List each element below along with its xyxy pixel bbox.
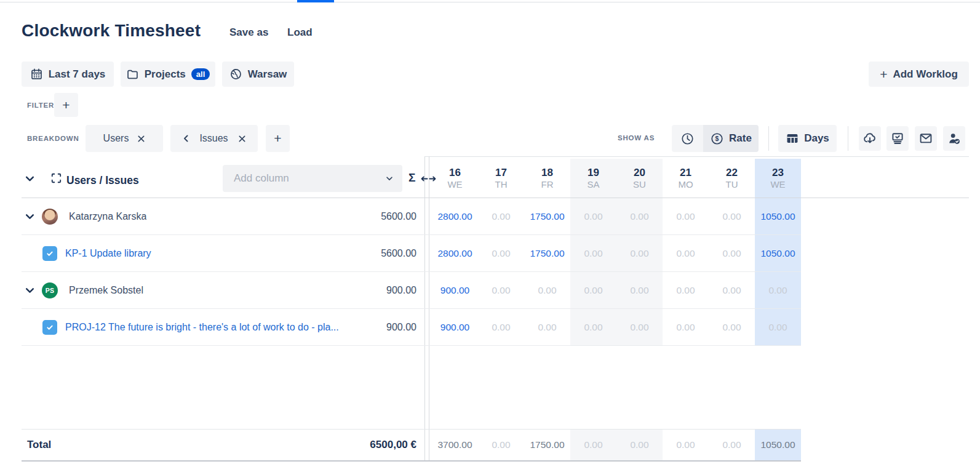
issue-link[interactable]: KP-1 Update library	[65, 248, 151, 259]
total-day-value: 0.00	[676, 439, 695, 450]
collapse-all-chevron-icon[interactable]	[25, 174, 35, 184]
table-top-border	[424, 156, 969, 157]
remove-issues-chip-icon[interactable]	[238, 135, 246, 143]
date-range-filter-button[interactable]: Last 7 days	[22, 62, 114, 87]
granularity-days-button[interactable]: Days	[778, 125, 837, 152]
worklog-cell[interactable]: 0.00	[616, 272, 663, 308]
worklog-value: 0.00	[722, 248, 741, 259]
worklog-value: 0.00	[630, 285, 648, 296]
worklog-value: 0.00	[630, 211, 648, 222]
projects-filter-button[interactable]: Projects all	[121, 62, 215, 87]
worklog-cell[interactable]: 0.00	[709, 198, 755, 234]
user-row: Katarzyna Karska5600.002800.000.001750.0…	[22, 198, 801, 235]
resize-columns-icon[interactable]	[420, 174, 437, 183]
worklog-cell[interactable]: 0.00	[709, 235, 755, 271]
page-title: Clockwork Timesheet	[22, 21, 201, 41]
worklog-cell[interactable]: 0.00	[478, 235, 524, 271]
user-approval-button[interactable]	[943, 126, 965, 151]
top-tab-indicator	[297, 0, 334, 2]
worklog-cell[interactable]: 0.00	[570, 309, 616, 345]
show-as-time-button[interactable]	[672, 125, 703, 152]
envelope-icon	[918, 131, 933, 146]
row-left-cell: PSPrzemek Sobstel900.00	[22, 272, 424, 308]
total-day-cell: 3700.00	[432, 430, 478, 460]
worklog-cell[interactable]: 0.00	[478, 198, 524, 234]
remove-users-chip-icon[interactable]	[137, 135, 145, 143]
day-header-cell-21[interactable]: 21MO	[663, 159, 709, 198]
worklog-cell[interactable]: 0.00	[616, 235, 663, 271]
load-button[interactable]: Load	[287, 26, 313, 39]
worklog-value: 0.00	[584, 322, 602, 333]
day-header-cell-20[interactable]: 20SU	[616, 159, 663, 198]
worklog-cell[interactable]: 1750.00	[524, 198, 570, 234]
day-header-cell-22[interactable]: 22TU	[709, 159, 755, 198]
day-header-cell-19[interactable]: 19SA	[570, 159, 616, 198]
sum-column-toggle[interactable]: Σ	[408, 171, 415, 185]
timesheets-approval-button[interactable]	[886, 126, 909, 151]
worklog-cell[interactable]: 0.00	[755, 272, 801, 308]
worklog-cell[interactable]: 0.00	[524, 272, 570, 308]
total-day-cell: 0.00	[709, 430, 755, 460]
timesheet-table: Users / Issues Add column Σ 16WE17TH18FR…	[22, 156, 969, 462]
task-type-icon	[42, 320, 57, 335]
row-left-cell: Katarzyna Karska5600.00	[22, 198, 424, 234]
worklog-cell[interactable]: 0.00	[709, 309, 755, 345]
worklog-value: 0.00	[676, 248, 695, 259]
total-day-value: 0.00	[630, 439, 648, 450]
add-filter-button[interactable]: +	[54, 93, 78, 117]
worklog-cell[interactable]: 0.00	[663, 272, 709, 308]
worklog-value: 900.00	[440, 322, 469, 333]
breakdown-chip-users[interactable]: Users	[86, 125, 163, 152]
show-as-rate-button[interactable]: $ Rate	[703, 125, 759, 152]
worklog-value: 0.00	[584, 248, 602, 259]
projects-label: Projects	[145, 68, 186, 81]
add-column-select[interactable]: Add column	[223, 165, 402, 192]
collapse-row-chevron-icon[interactable]	[25, 285, 35, 295]
calendar-icon	[30, 68, 43, 81]
day-abbr: WE	[447, 180, 462, 190]
save-as-button[interactable]: Save as	[229, 26, 268, 39]
worklog-cell[interactable]: 0.00	[663, 235, 709, 271]
total-row: Total 6500,00 € 3700.000.001750.000.000.…	[22, 429, 801, 462]
total-row-left: Total 6500,00 €	[22, 430, 424, 460]
export-button[interactable]	[859, 126, 881, 151]
toolbar-divider	[848, 126, 848, 151]
collapse-row-chevron-icon[interactable]	[25, 211, 35, 222]
day-header-cell-16[interactable]: 16WE	[432, 159, 478, 198]
worklog-cell[interactable]: 1050.00	[755, 235, 801, 271]
worklog-cell[interactable]: 0.00	[570, 235, 616, 271]
day-header-cell-23[interactable]: 23WE	[755, 159, 801, 198]
add-breakdown-button[interactable]: +	[266, 125, 290, 152]
expand-fullscreen-icon[interactable]	[50, 172, 62, 184]
worklog-cell[interactable]: 0.00	[570, 272, 616, 308]
worklog-cell[interactable]: 0.00	[478, 309, 524, 345]
issue-link[interactable]: PROJ-12 The future is bright - there's a…	[65, 322, 339, 333]
worklog-cell[interactable]: 0.00	[616, 198, 663, 234]
worklog-cell[interactable]: 2800.00	[432, 198, 478, 234]
clockwork-timesheet-app: Clockwork Timesheet Save as Load Last 7 …	[0, 0, 980, 472]
worklog-cell[interactable]: 0.00	[663, 309, 709, 345]
email-button[interactable]	[915, 126, 937, 151]
worklog-cell[interactable]: 0.00	[478, 272, 524, 308]
total-day-value: 0.00	[492, 439, 510, 450]
worklog-cell[interactable]: 0.00	[755, 309, 801, 345]
user-avatar: PS	[42, 282, 58, 298]
worklog-cell[interactable]: 900.00	[432, 309, 478, 345]
day-header-cell-17[interactable]: 17TH	[478, 159, 524, 198]
chevron-left-icon[interactable]	[182, 134, 189, 143]
worklog-cell[interactable]: 1050.00	[755, 198, 801, 234]
worklog-value: 0.00	[768, 322, 787, 333]
breakdown-chip-issues[interactable]: Issues	[170, 125, 258, 152]
worklog-cell[interactable]: 0.00	[524, 309, 570, 345]
worklog-cell[interactable]: 0.00	[616, 309, 663, 345]
add-worklog-button[interactable]: + Add Worklog	[869, 62, 969, 87]
day-header-cell-18[interactable]: 18FR	[524, 159, 570, 198]
worklog-cell[interactable]: 0.00	[570, 198, 616, 234]
worklog-cell[interactable]: 0.00	[709, 272, 755, 308]
worklog-cell[interactable]: 1750.00	[524, 235, 570, 271]
day-number: 20	[634, 167, 645, 178]
worklog-cell[interactable]: 2800.00	[432, 235, 478, 271]
worklog-cell[interactable]: 900.00	[432, 272, 478, 308]
location-filter-button[interactable]: Warsaw	[222, 62, 294, 87]
worklog-cell[interactable]: 0.00	[663, 198, 709, 234]
